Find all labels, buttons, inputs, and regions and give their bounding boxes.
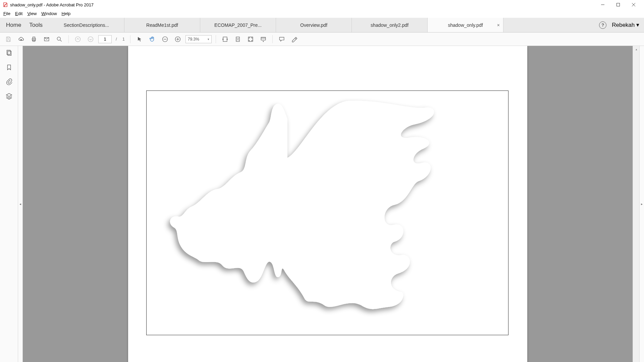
menu-bar: File Edit View Window Help bbox=[0, 9, 644, 18]
user-menu[interactable]: Rebekah ▾ bbox=[612, 21, 639, 28]
menu-help[interactable]: Help bbox=[62, 11, 71, 16]
svg-point-10 bbox=[57, 37, 60, 40]
print-icon[interactable] bbox=[29, 34, 39, 44]
svg-rect-19 bbox=[223, 37, 227, 41]
toolbar: / 1 79.3% ▾ bbox=[0, 33, 644, 46]
svg-rect-5 bbox=[7, 40, 10, 41]
chevron-down-icon: ▾ bbox=[636, 22, 639, 28]
document-tabs: SectionDescriptions... ReadMe1st.pdf ECO… bbox=[49, 18, 594, 32]
svg-rect-1 bbox=[617, 3, 620, 6]
tab-close-icon[interactable]: × bbox=[497, 22, 500, 28]
thumbnails-icon[interactable] bbox=[5, 49, 13, 58]
svg-rect-8 bbox=[33, 40, 35, 41]
chevron-down-icon: ▾ bbox=[208, 38, 209, 41]
tab-label: shadow_only.pdf bbox=[448, 22, 483, 28]
page-up-icon[interactable] bbox=[73, 34, 83, 44]
page-down-icon[interactable] bbox=[86, 34, 96, 44]
help-icon[interactable]: ? bbox=[599, 21, 606, 29]
menu-view[interactable]: View bbox=[27, 11, 37, 16]
separator bbox=[68, 35, 69, 43]
separator bbox=[216, 35, 216, 43]
separator bbox=[130, 35, 130, 43]
tab-label: SectionDescriptions... bbox=[64, 22, 109, 28]
save-icon[interactable] bbox=[3, 34, 13, 44]
selection-tool-icon[interactable] bbox=[135, 34, 145, 44]
navigation-pane bbox=[0, 46, 18, 362]
minimize-button[interactable] bbox=[595, 0, 610, 9]
tab-shadow-only2[interactable]: shadow_only2.pdf bbox=[352, 18, 428, 32]
tab-label: shadow_only2.pdf bbox=[371, 22, 409, 28]
fit-page-icon[interactable] bbox=[233, 34, 243, 44]
tab-label: Overview.pdf bbox=[300, 22, 327, 28]
tab-shadow-only[interactable]: shadow_only.pdf × bbox=[428, 18, 503, 32]
window-title: shadow_only.pdf - Adobe Acrobat Pro 2017 bbox=[10, 2, 94, 7]
email-icon[interactable] bbox=[42, 34, 52, 44]
svg-rect-4 bbox=[7, 37, 9, 38]
svg-rect-20 bbox=[236, 37, 239, 41]
vertical-scrollbar[interactable]: ▴ bbox=[633, 46, 639, 362]
fullscreen-icon[interactable] bbox=[246, 34, 256, 44]
pdf-page bbox=[128, 46, 527, 362]
page-content-frame bbox=[146, 90, 508, 335]
zoom-select[interactable]: 79.3% ▾ bbox=[185, 35, 212, 43]
separator bbox=[272, 35, 273, 43]
svg-rect-25 bbox=[8, 51, 11, 56]
page-total: 1 bbox=[121, 37, 126, 42]
tab-section-descriptions[interactable]: SectionDescriptions... bbox=[49, 18, 124, 32]
highlight-icon[interactable] bbox=[289, 34, 300, 44]
tab-strip: Home Tools SectionDescriptions... ReadMe… bbox=[0, 18, 644, 33]
zoom-in-icon[interactable] bbox=[173, 34, 183, 44]
comment-icon[interactable] bbox=[277, 34, 287, 44]
scroll-up-icon[interactable]: ▴ bbox=[633, 46, 640, 53]
layers-icon[interactable] bbox=[5, 93, 13, 101]
bookmarks-icon[interactable] bbox=[5, 64, 13, 72]
svg-rect-21 bbox=[248, 37, 253, 41]
svg-rect-22 bbox=[261, 37, 265, 40]
svg-rect-7 bbox=[33, 37, 35, 38]
tab-label: ReadMe1st.pdf bbox=[146, 22, 178, 28]
tab-label: ECOMAP_2007_Pre... bbox=[214, 22, 262, 28]
zoom-value: 79.3% bbox=[188, 37, 199, 42]
menu-edit[interactable]: Edit bbox=[15, 11, 22, 16]
tab-overview[interactable]: Overview.pdf bbox=[276, 18, 352, 32]
nav-home[interactable]: Home bbox=[6, 22, 21, 28]
cloud-upload-icon[interactable] bbox=[16, 34, 26, 44]
nav-tools[interactable]: Tools bbox=[29, 22, 43, 28]
menu-file[interactable]: File bbox=[3, 11, 10, 16]
left-panel-toggle[interactable]: ◂ bbox=[18, 46, 23, 362]
search-icon[interactable] bbox=[54, 34, 64, 44]
hand-tool-icon[interactable] bbox=[147, 34, 157, 44]
title-bar: shadow_only.pdf - Adobe Acrobat Pro 2017 bbox=[0, 0, 644, 9]
document-viewport[interactable] bbox=[23, 46, 633, 362]
user-name: Rebekah bbox=[612, 22, 635, 28]
attachments-icon[interactable] bbox=[5, 78, 13, 86]
close-window-button[interactable] bbox=[626, 0, 641, 9]
main-area: ◂ ▴ ▸ bbox=[0, 46, 644, 362]
svg-line-11 bbox=[60, 40, 62, 41]
svg-point-12 bbox=[75, 37, 80, 42]
read-mode-icon[interactable] bbox=[258, 34, 268, 44]
right-panel-toggle[interactable]: ▸ bbox=[639, 46, 644, 362]
page-separator: / bbox=[114, 37, 118, 42]
fit-width-icon[interactable] bbox=[220, 34, 230, 44]
svg-point-13 bbox=[88, 37, 93, 42]
tab-readme1st[interactable]: ReadMe1st.pdf bbox=[124, 18, 200, 32]
zoom-out-icon[interactable] bbox=[160, 34, 170, 44]
svg-rect-24 bbox=[7, 50, 10, 55]
maximize-button[interactable] bbox=[610, 0, 626, 9]
page-number-input[interactable] bbox=[98, 35, 112, 43]
menu-window[interactable]: Window bbox=[41, 11, 57, 16]
tab-ecomap-2007[interactable]: ECOMAP_2007_Pre... bbox=[200, 18, 276, 32]
acrobat-icon bbox=[3, 2, 8, 7]
